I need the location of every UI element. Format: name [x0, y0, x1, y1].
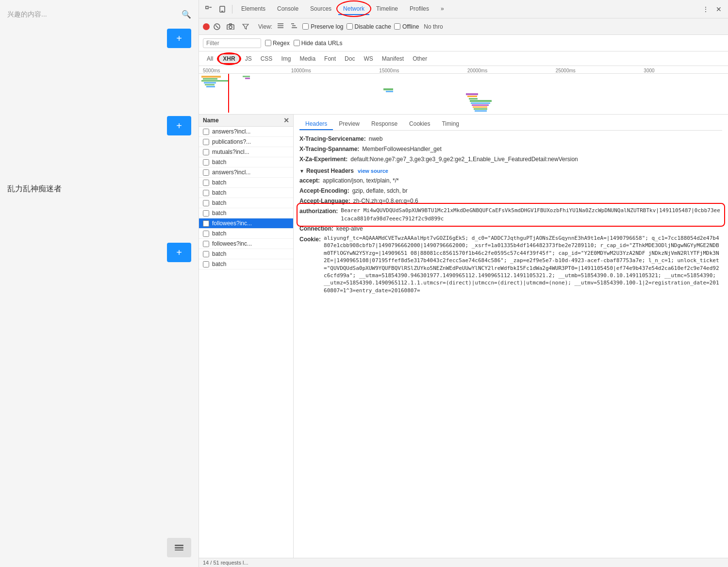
cookie-key: Cookie: [299, 234, 321, 294]
item-checkbox[interactable] [203, 231, 209, 237]
tab-console[interactable]: Console [272, 3, 303, 15]
request-headers-section-header[interactable]: ▼ Request Headers view source [299, 167, 722, 174]
svg-rect-19 [201, 80, 228, 82]
list-item[interactable]: mutuals?incl... [199, 147, 293, 157]
tab-more[interactable]: » [436, 3, 449, 15]
item-checkbox[interactable] [203, 210, 209, 217]
type-filter-css[interactable]: CSS [257, 54, 277, 63]
list-item[interactable]: batch [199, 229, 293, 239]
hide-data-urls-checkbox[interactable] [294, 40, 300, 46]
list-item[interactable]: followees?inc... [199, 239, 293, 249]
item-checkbox[interactable] [203, 190, 209, 196]
type-filter-manifest[interactable]: Manifest [378, 54, 408, 63]
type-filter-img[interactable]: Img [277, 54, 295, 63]
list-item[interactable]: batch [199, 259, 293, 269]
disable-cache-input[interactable] [347, 23, 353, 30]
offline-checkbox[interactable]: Offline [394, 23, 419, 30]
filter-input[interactable] [203, 38, 261, 48]
svg-rect-22 [206, 86, 215, 87]
regex-checkbox[interactable] [265, 40, 271, 46]
request-headers-label: Request Headers [306, 167, 354, 174]
authorization-value: Bearer Mi4wQUVDQUdSa0pXUW9BTU1Mc21xMkdDe… [341, 207, 722, 223]
sidebar-search: 兴趣的内容... 🔍 [7, 10, 191, 19]
view-source-link[interactable]: view source [358, 168, 388, 174]
svg-rect-3 [206, 6, 208, 9]
list-item[interactable]: answers?incl... [199, 127, 293, 137]
hide-data-urls-checkbox-label[interactable]: Hide data URLs [294, 40, 343, 47]
tab-timeline[interactable]: Timeline [371, 3, 403, 15]
type-filter-doc[interactable]: Doc [341, 54, 359, 63]
view-list-icon[interactable] [275, 22, 286, 31]
type-filter-ws[interactable]: WS [360, 54, 377, 63]
detail-tab-headers[interactable]: Headers [299, 118, 333, 130]
list-item-selected[interactable]: followees?inc... [199, 218, 293, 229]
tab-profiles[interactable]: Profiles [405, 3, 434, 15]
tab-sources[interactable]: Sources [305, 3, 336, 15]
camera-icon[interactable] [224, 22, 237, 31]
view-waterfall-icon[interactable] [289, 22, 299, 31]
offline-input[interactable] [394, 23, 400, 30]
svg-rect-28 [467, 96, 477, 97]
cookie-row: Cookie: aliyungf_tc=AQAAAMdCVETwzAAAalHp… [299, 234, 722, 294]
record-button[interactable] [203, 23, 210, 30]
item-checkbox[interactable] [203, 251, 209, 257]
header-key: X-Za-Experiment: [299, 155, 347, 164]
item-name: batch [212, 189, 226, 196]
type-filter-all[interactable]: All [203, 54, 217, 63]
detail-tab-cookies[interactable]: Cookies [403, 118, 436, 130]
list-item[interactable]: answers?incl... [199, 167, 293, 178]
preserve-log-checkbox[interactable]: Preserve log [302, 23, 343, 30]
authorization-key: authorization: [299, 207, 338, 223]
regex-label: Regex [273, 40, 290, 47]
search-icon[interactable]: 🔍 [182, 10, 191, 19]
detail-tab-timing[interactable]: Timing [436, 118, 465, 130]
sidebar-bottom-button[interactable] [167, 538, 191, 557]
item-checkbox[interactable] [203, 169, 209, 176]
sidebar-add-button-3[interactable]: + [167, 243, 191, 262]
clear-button[interactable] [213, 22, 221, 31]
regex-checkbox-label[interactable]: Regex [265, 40, 290, 47]
item-checkbox[interactable] [203, 149, 209, 155]
type-filter-other[interactable]: Other [409, 54, 431, 63]
list-item[interactable]: publications?... [199, 137, 293, 147]
list-item[interactable]: batch [199, 188, 293, 198]
detail-tab-preview[interactable]: Preview [333, 118, 365, 130]
timeline-mark-2: 10000ms [287, 68, 376, 73]
item-checkbox[interactable] [203, 129, 209, 135]
item-checkbox[interactable] [203, 200, 209, 206]
preserve-log-input[interactable] [302, 23, 309, 30]
list-item[interactable]: batch [199, 178, 293, 188]
type-filter-xhr[interactable]: XHR [218, 53, 240, 64]
inspect-element-icon[interactable] [203, 4, 215, 14]
filter-icon[interactable] [240, 22, 251, 31]
type-filter-js[interactable]: JS [241, 54, 256, 63]
item-checkbox[interactable] [203, 159, 209, 166]
list-item[interactable]: batch [199, 198, 293, 208]
item-checkbox[interactable] [203, 180, 209, 186]
item-checkbox[interactable] [203, 139, 209, 145]
close-detail-button[interactable]: ✕ [283, 117, 289, 124]
tab-elements[interactable]: Elements [236, 3, 270, 15]
more-options-icon[interactable]: ⋮ [700, 4, 711, 15]
disable-cache-checkbox[interactable]: Disable cache [347, 23, 391, 30]
type-filter-media[interactable]: Media [296, 54, 319, 63]
detail-row: X-Tracing-Spanname: MemberFolloweesHandl… [299, 145, 722, 153]
type-filter-font[interactable]: Font [320, 54, 340, 63]
item-checkbox[interactable] [203, 220, 209, 227]
timeline-bars [199, 74, 728, 113]
list-item[interactable]: batch [199, 157, 293, 167]
list-item[interactable]: batch [199, 208, 293, 218]
header-value: nweb [369, 134, 383, 143]
close-devtools-button[interactable]: ✕ [713, 4, 724, 15]
device-icon[interactable] [216, 4, 228, 14]
svg-rect-26 [386, 91, 393, 92]
name-column-header: Name [203, 117, 219, 124]
tab-network[interactable]: Network [338, 3, 369, 15]
item-checkbox[interactable] [203, 261, 209, 267]
sidebar-add-button-2[interactable]: + [167, 116, 191, 135]
list-item[interactable]: batch [199, 249, 293, 259]
detail-tab-response[interactable]: Response [365, 118, 403, 130]
item-checkbox[interactable] [203, 241, 209, 247]
sidebar-add-button-1[interactable]: + [167, 29, 191, 48]
timeline-area: 5000ms 10000ms 15000ms 20000ms 25000ms 3… [199, 66, 728, 115]
